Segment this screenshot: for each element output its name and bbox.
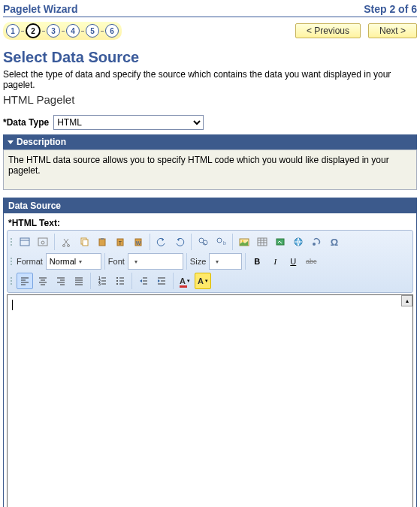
text-color-icon[interactable]: A▾ xyxy=(177,273,193,289)
svg-point-52 xyxy=(116,280,118,282)
svg-point-5 xyxy=(68,245,70,247)
data-source-header: Data Source xyxy=(4,198,416,213)
image-icon[interactable] xyxy=(236,234,252,250)
special-char-icon[interactable]: Ω xyxy=(326,234,343,250)
svg-text:3: 3 xyxy=(98,282,101,286)
svg-rect-9 xyxy=(101,238,104,240)
copy-icon[interactable] xyxy=(76,234,92,250)
highlight-color-icon[interactable]: A▾ xyxy=(195,273,211,289)
svg-text:T: T xyxy=(119,240,122,246)
svg-rect-0 xyxy=(20,238,29,246)
svg-point-4 xyxy=(63,245,65,247)
align-justify-icon[interactable] xyxy=(71,273,87,289)
font-select[interactable]: ▾ xyxy=(128,253,183,270)
redo-icon[interactable] xyxy=(171,234,188,250)
link-icon[interactable] xyxy=(290,234,307,250)
svg-point-3 xyxy=(41,241,44,244)
step-tracker: 1 2 3 4 5 6 xyxy=(3,22,122,40)
description-header[interactable]: Description xyxy=(3,134,417,149)
source-icon[interactable] xyxy=(17,234,33,250)
text-caret xyxy=(12,300,13,310)
align-center-icon[interactable] xyxy=(35,273,51,289)
description-header-label: Description xyxy=(17,137,66,147)
font-label: Font xyxy=(108,257,125,266)
html-editor[interactable]: ▴ xyxy=(7,294,413,507)
svg-text:b: b xyxy=(223,240,226,246)
section-instruction: Select the type of data and specify the … xyxy=(3,69,417,90)
step-4[interactable]: 4 xyxy=(66,24,80,38)
svg-point-51 xyxy=(116,277,118,279)
undo-icon[interactable] xyxy=(153,234,170,250)
anchor-icon[interactable] xyxy=(308,234,325,250)
scroll-up-icon[interactable]: ▴ xyxy=(401,295,412,306)
align-right-icon[interactable] xyxy=(53,273,69,289)
size-label: Size xyxy=(190,257,206,266)
strikethrough-button[interactable]: abc xyxy=(303,253,319,270)
svg-text:W: W xyxy=(136,240,141,246)
bold-button[interactable]: B xyxy=(249,253,265,270)
step-2[interactable]: 2 xyxy=(26,23,41,38)
outdent-icon[interactable] xyxy=(135,273,152,289)
italic-button[interactable]: I xyxy=(267,253,283,270)
svg-point-17 xyxy=(217,238,222,243)
svg-rect-21 xyxy=(258,238,267,246)
page-title: Pagelet Wizard xyxy=(3,3,77,15)
find-icon[interactable] xyxy=(195,234,211,250)
cut-icon[interactable] xyxy=(58,234,74,250)
svg-point-53 xyxy=(116,283,118,285)
description-text: The HTML data source allows you to speci… xyxy=(3,149,417,190)
editor-toolbar: T W b Ω xyxy=(7,230,413,293)
html-text-label: *HTML Text: xyxy=(8,218,413,228)
preview-icon[interactable] xyxy=(35,234,51,250)
step-3[interactable]: 3 xyxy=(47,24,60,38)
step-1[interactable]: 1 xyxy=(6,24,20,38)
underline-button[interactable]: U xyxy=(285,253,301,270)
collapse-icon xyxy=(8,140,14,144)
data-type-select[interactable]: HTML xyxy=(53,115,204,130)
bullet-list-icon[interactable] xyxy=(112,273,128,289)
numbered-list-icon[interactable]: 123 xyxy=(94,273,110,289)
data-type-label: *Data Type xyxy=(3,117,49,128)
next-button[interactable]: Next > xyxy=(368,23,417,38)
svg-rect-8 xyxy=(99,239,105,246)
paste-word-icon[interactable]: W xyxy=(130,234,147,250)
align-left-icon[interactable] xyxy=(17,273,33,289)
previous-button[interactable]: < Previous xyxy=(295,23,361,38)
thumbnail-icon[interactable] xyxy=(272,234,289,250)
indent-icon[interactable] xyxy=(153,273,170,289)
section-title: Select Data Source xyxy=(3,49,417,66)
format-select[interactable]: Normal▾ xyxy=(46,253,101,270)
paste-text-icon[interactable]: T xyxy=(112,234,128,250)
step-6[interactable]: 6 xyxy=(105,24,119,38)
data-source-header-label: Data Source xyxy=(8,201,61,211)
svg-point-28 xyxy=(313,243,316,246)
step-indicator: Step 2 of 6 xyxy=(364,3,417,15)
paste-icon[interactable] xyxy=(94,234,110,250)
size-select[interactable]: ▾ xyxy=(209,253,242,270)
step-5[interactable]: 5 xyxy=(86,24,99,38)
svg-rect-7 xyxy=(83,240,88,246)
pagelet-name: HTML Pagelet xyxy=(3,93,417,106)
table-icon[interactable] xyxy=(254,234,270,250)
replace-icon[interactable]: b xyxy=(213,234,229,250)
svg-point-20 xyxy=(242,240,243,242)
format-label: Format xyxy=(17,257,43,266)
